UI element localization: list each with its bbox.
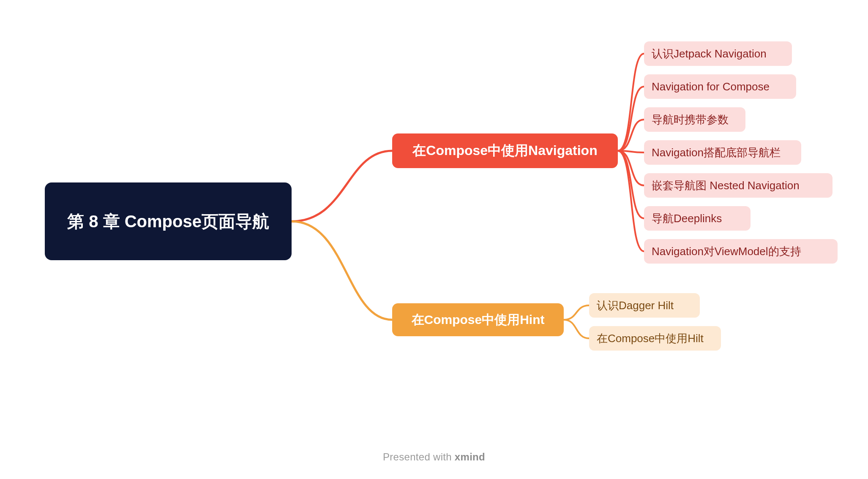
leaf-label: 嵌套导航图 Nested Navigation xyxy=(652,178,800,193)
connector-root-branch1 xyxy=(292,151,392,221)
leaf-compose-hilt[interactable]: 在Compose中使用Hilt xyxy=(589,326,721,351)
connector-b1-l1 xyxy=(618,87,644,151)
footer-prefix: Presented with xyxy=(383,451,455,463)
leaf-label: Navigation for Compose xyxy=(652,80,770,93)
leaf-label: Navigation搭配底部导航栏 xyxy=(652,145,781,160)
leaf-label: 在Compose中使用Hilt xyxy=(597,331,704,346)
connector-b1-l6 xyxy=(618,151,644,251)
leaf-nav-bottom-bar[interactable]: Navigation搭配底部导航栏 xyxy=(644,140,801,165)
leaf-navigation-for-compose[interactable]: Navigation for Compose xyxy=(644,74,796,99)
branch-navigation-label: 在Compose中使用Navigation xyxy=(412,142,597,160)
leaf-label: 导航时携带参数 xyxy=(652,112,729,127)
leaf-jetpack-navigation[interactable]: 认识Jetpack Navigation xyxy=(644,41,792,66)
connector-b2-m0 xyxy=(564,305,589,320)
branch-hint-label: 在Compose中使用Hint xyxy=(412,311,545,329)
connector-b1-l3 xyxy=(618,151,644,152)
connector-b1-l5 xyxy=(618,151,644,218)
leaf-label: 导航Deeplinks xyxy=(652,211,722,226)
leaf-deeplinks[interactable]: 导航Deeplinks xyxy=(644,206,751,231)
footer: Presented with xmind xyxy=(0,451,868,463)
root-title: 第 8 章 Compose页面导航 xyxy=(67,210,269,233)
leaf-nested-navigation[interactable]: 嵌套导航图 Nested Navigation xyxy=(644,173,833,198)
connector-b1-l4 xyxy=(618,151,644,185)
connector-b2-m1 xyxy=(564,320,589,338)
leaf-viewmodel-support[interactable]: Navigation对ViewModel的支持 xyxy=(644,239,838,264)
leaf-nav-with-args[interactable]: 导航时携带参数 xyxy=(644,107,745,132)
connector-b1-l0 xyxy=(618,54,644,151)
root-node[interactable]: 第 8 章 Compose页面导航 xyxy=(45,182,292,260)
connector-root-branch2 xyxy=(292,221,392,320)
leaf-label: 认识Jetpack Navigation xyxy=(652,46,767,61)
footer-brand: xmind xyxy=(455,451,485,463)
branch-navigation[interactable]: 在Compose中使用Navigation xyxy=(392,133,618,168)
mindmap-canvas: 第 8 章 Compose页面导航 在Compose中使用Navigation … xyxy=(0,0,868,479)
connector-b1-l2 xyxy=(618,120,644,151)
leaf-dagger-hilt[interactable]: 认识Dagger Hilt xyxy=(589,293,700,318)
branch-hint[interactable]: 在Compose中使用Hint xyxy=(392,303,564,336)
leaf-label: 认识Dagger Hilt xyxy=(597,298,674,313)
leaf-label: Navigation对ViewModel的支持 xyxy=(652,244,801,259)
